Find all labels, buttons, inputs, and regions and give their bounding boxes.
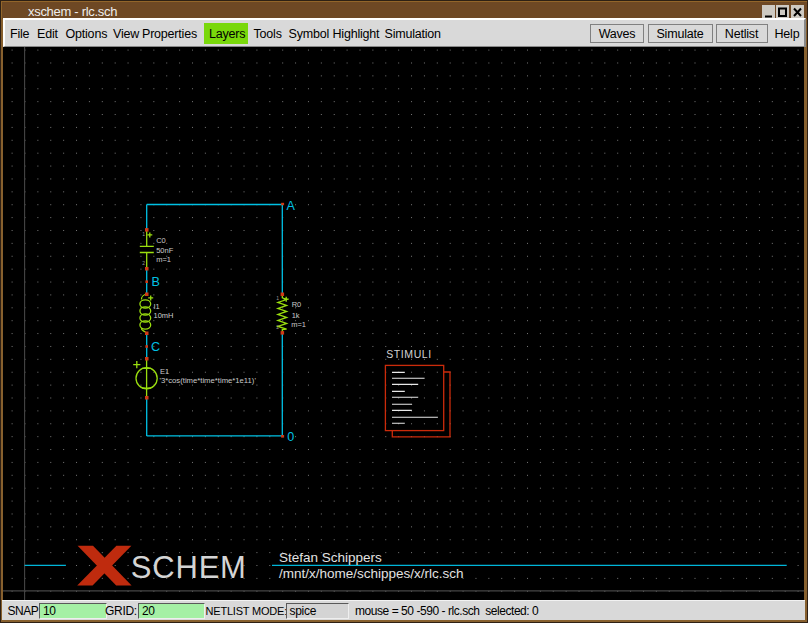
svg-text:0: 0 — [287, 430, 294, 444]
svg-text:Stefan Schippers: Stefan Schippers — [279, 550, 382, 565]
svg-text:STIMULI: STIMULI — [386, 348, 432, 360]
svg-text:A: A — [286, 199, 295, 213]
svg-text:B: B — [152, 275, 160, 289]
svg-text:'3*cos(time*time*time*1e11)': '3*cos(time*time*time*1e11)' — [160, 376, 257, 385]
svg-text:SCHEM: SCHEM — [131, 550, 247, 585]
svg-text:C: C — [151, 340, 160, 354]
svg-text:10mH: 10mH — [154, 311, 174, 320]
svg-text:R0: R0 — [292, 300, 302, 309]
svg-text:1k: 1k — [292, 311, 300, 320]
svg-text:1: 1 — [276, 295, 279, 301]
svg-text:m=1: m=1 — [291, 320, 306, 329]
svg-text:1: 1 — [142, 231, 145, 237]
svg-text:50nF: 50nF — [156, 246, 174, 255]
svg-text:2: 2 — [276, 324, 279, 330]
svg-text:/mnt/x/home/schippes/x/rlc.sch: /mnt/x/home/schippes/x/rlc.sch — [279, 566, 464, 581]
svg-text:C0: C0 — [156, 236, 166, 245]
svg-text:I1: I1 — [154, 302, 160, 311]
svg-text:E1: E1 — [160, 367, 169, 376]
svg-text:2: 2 — [142, 260, 145, 266]
svg-text:m=1: m=1 — [156, 255, 171, 264]
